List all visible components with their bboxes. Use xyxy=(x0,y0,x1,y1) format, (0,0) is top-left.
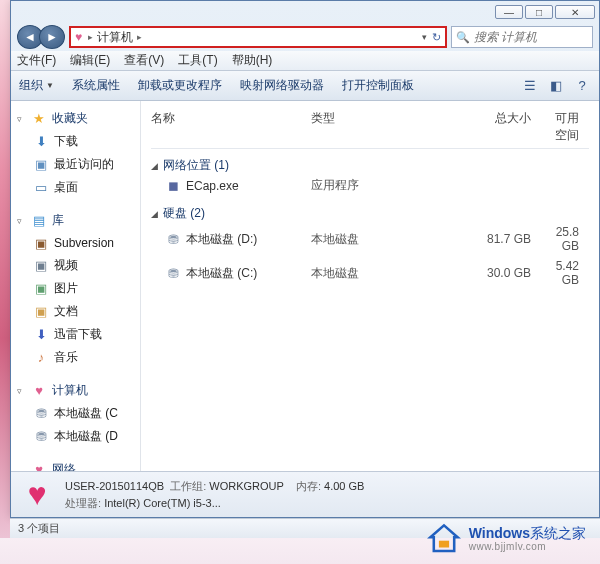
sidebar-libraries-label: 库 xyxy=(52,212,64,229)
item-free: 5.42 GB xyxy=(551,259,589,287)
sidebar-favorites[interactable]: ▿ ★ 收藏夹 xyxy=(15,107,136,130)
arrow-right-icon: ► xyxy=(46,30,58,44)
sidebar-item-label: 桌面 xyxy=(54,179,78,196)
collapse-icon: ▿ xyxy=(17,216,26,226)
picture-icon: ▣ xyxy=(33,281,49,297)
collapse-icon: ▿ xyxy=(17,114,26,124)
tool-control-panel[interactable]: 打开控制面板 xyxy=(342,77,414,94)
sidebar-item-label: 本地磁盘 (C xyxy=(54,405,118,422)
group-label: 硬盘 (2) xyxy=(163,205,205,222)
disk-icon: ⛃ xyxy=(33,406,49,422)
chevron-right-icon: ▸ xyxy=(137,32,142,42)
sidebar-item-label: 文档 xyxy=(54,303,78,320)
sidebar-item-disk-d[interactable]: ⛃ 本地磁盘 (D xyxy=(15,425,136,448)
refresh-icon[interactable]: ↻ xyxy=(432,31,441,44)
sidebar-item-label: 视频 xyxy=(54,257,78,274)
breadcrumb[interactable]: ▸ 计算机 ▸ xyxy=(88,29,142,46)
menu-edit[interactable]: 编辑(E) xyxy=(70,52,110,69)
preview-pane-icon[interactable]: ◧ xyxy=(547,77,565,95)
details-memory-label: 内存: xyxy=(296,480,321,492)
menubar: 文件(F) 编辑(E) 查看(V) 工具(T) 帮助(H) xyxy=(11,51,599,71)
search-input[interactable] xyxy=(474,30,600,44)
sidebar-item-desktop[interactable]: ▭ 桌面 xyxy=(15,176,136,199)
address-dropdown-icon[interactable]: ▾ xyxy=(422,32,427,42)
tool-uninstall[interactable]: 卸载或更改程序 xyxy=(138,77,222,94)
tool-organize[interactable]: 组织 ▼ xyxy=(19,77,54,94)
explorer-window: — □ ✕ ◄ ► ♥ ▸ 计算机 ▸ ▾ ↻ 🔍 文件(F xyxy=(10,0,600,518)
address-bar[interactable]: ♥ ▸ 计算机 ▸ ▾ ↻ xyxy=(69,26,447,48)
thunder-icon: ⬇ xyxy=(33,327,49,343)
group-disks[interactable]: ◢ 硬盘 (2) xyxy=(151,205,589,222)
watermark-brand: Windows xyxy=(469,525,530,541)
sidebar-item-music[interactable]: ♪ 音乐 xyxy=(15,346,136,369)
toolbar: 组织 ▼ 系统属性 卸载或更改程序 映射网络驱动器 打开控制面板 ☰ ◧ ? xyxy=(11,71,599,101)
sidebar-item-label: 本地磁盘 (D xyxy=(54,428,118,445)
minimize-button[interactable]: — xyxy=(495,5,523,19)
watermark: Windows系统之家 www.bjjmlv.com xyxy=(427,522,586,556)
tool-organize-label: 组织 xyxy=(19,77,43,94)
item-name: 本地磁盘 (D:) xyxy=(186,231,257,248)
sidebar-item-downloads[interactable]: ⬇ 下载 xyxy=(15,130,136,153)
sidebar-item-subversion[interactable]: ▣ Subversion xyxy=(15,232,136,254)
close-button[interactable]: ✕ xyxy=(555,5,595,19)
help-icon[interactable]: ? xyxy=(573,77,591,95)
col-free[interactable]: 可用空间 xyxy=(551,110,589,144)
heart-icon: ♥ xyxy=(31,383,47,399)
sidebar-computer[interactable]: ▿ ♥ 计算机 xyxy=(15,379,136,402)
music-icon: ♪ xyxy=(33,350,49,366)
sidebar-item-label: 音乐 xyxy=(54,349,78,366)
sidebar-item-label: Subversion xyxy=(54,236,114,250)
details-pane: ♥ USER-20150114QB 工作组: WORKGROUP 内存: 4.0… xyxy=(11,471,599,517)
titlebar: — □ ✕ xyxy=(11,1,599,23)
video-icon: ▣ xyxy=(33,258,49,274)
item-type: 本地磁盘 xyxy=(311,265,441,282)
item-disk-c[interactable]: ⛃ 本地磁盘 (C:) 本地磁盘 30.0 GB 5.42 GB xyxy=(151,256,589,290)
view-options-icon[interactable]: ☰ xyxy=(521,77,539,95)
heart-icon: ♥ xyxy=(19,477,55,513)
item-disk-d[interactable]: ⛃ 本地磁盘 (D:) 本地磁盘 81.7 GB 25.8 GB xyxy=(151,222,589,256)
sidebar-item-disk-c[interactable]: ⛃ 本地磁盘 (C xyxy=(15,402,136,425)
breadcrumb-root[interactable]: 计算机 xyxy=(97,29,133,46)
tool-properties[interactable]: 系统属性 xyxy=(72,77,120,94)
desktop-icon: ▭ xyxy=(33,180,49,196)
sidebar-network[interactable]: ♥ 网络 xyxy=(15,458,136,471)
sidebar-item-documents[interactable]: ▣ 文档 xyxy=(15,300,136,323)
details-cpu-label: 处理器: xyxy=(65,497,101,509)
house-icon xyxy=(427,522,461,556)
group-label: 网络位置 (1) xyxy=(163,157,229,174)
forward-button[interactable]: ► xyxy=(39,25,65,49)
col-type[interactable]: 类型 xyxy=(311,110,441,144)
main-view: 名称 类型 总大小 可用空间 ◢ 网络位置 (1) ◼ ECap.exe 应用程… xyxy=(141,101,599,471)
search-box[interactable]: 🔍 xyxy=(451,26,593,48)
watermark-url: www.bjjmlv.com xyxy=(469,541,586,553)
sidebar-item-pictures[interactable]: ▣ 图片 xyxy=(15,277,136,300)
download-icon: ⬇ xyxy=(33,134,49,150)
tool-map-drive[interactable]: 映射网络驱动器 xyxy=(240,77,324,94)
sidebar-libraries[interactable]: ▿ ▤ 库 xyxy=(15,209,136,232)
sidebar-item-label: 图片 xyxy=(54,280,78,297)
nav-row: ◄ ► ♥ ▸ 计算机 ▸ ▾ ↻ 🔍 xyxy=(11,23,599,51)
menu-tools[interactable]: 工具(T) xyxy=(178,52,217,69)
item-free: 25.8 GB xyxy=(551,225,589,253)
sidebar: ▿ ★ 收藏夹 ⬇ 下载 ▣ 最近访问的 ▭ 桌面 xyxy=(11,101,141,471)
maximize-button[interactable]: □ xyxy=(525,5,553,19)
menu-help[interactable]: 帮助(H) xyxy=(232,52,273,69)
svg-rect-1 xyxy=(439,541,449,548)
sidebar-item-label: 迅雷下载 xyxy=(54,326,102,343)
col-name[interactable]: 名称 xyxy=(151,110,311,144)
item-type: 本地磁盘 xyxy=(311,231,441,248)
group-network-location[interactable]: ◢ 网络位置 (1) xyxy=(151,157,589,174)
details-name: USER-20150114QB xyxy=(65,480,164,492)
col-total[interactable]: 总大小 xyxy=(441,110,551,144)
menu-view[interactable]: 查看(V) xyxy=(124,52,164,69)
menu-file[interactable]: 文件(F) xyxy=(17,52,56,69)
item-ecap[interactable]: ◼ ECap.exe 应用程序 xyxy=(151,174,589,197)
sidebar-item-recent[interactable]: ▣ 最近访问的 xyxy=(15,153,136,176)
folder-icon: ▣ xyxy=(33,235,49,251)
item-type: 应用程序 xyxy=(311,177,441,194)
sidebar-item-video[interactable]: ▣ 视频 xyxy=(15,254,136,277)
disk-icon: ⛃ xyxy=(33,429,49,445)
chevron-right-icon: ▸ xyxy=(88,32,93,42)
item-total: 30.0 GB xyxy=(441,266,551,280)
sidebar-item-thunder[interactable]: ⬇ 迅雷下载 xyxy=(15,323,136,346)
